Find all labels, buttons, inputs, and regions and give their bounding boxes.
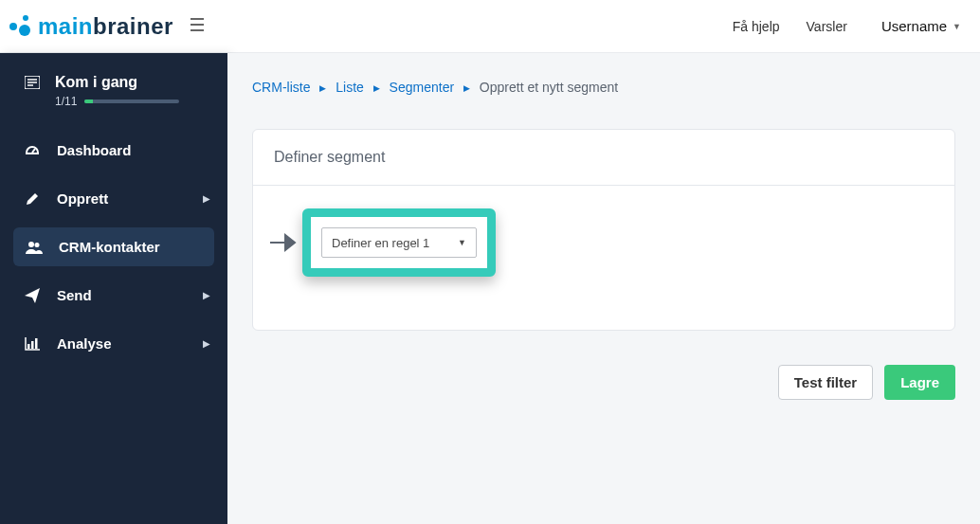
hamburger-icon[interactable]	[191, 18, 204, 35]
sidebar-item-label: CRM-kontakter	[59, 239, 203, 255]
logo-text-sub: brainer	[93, 13, 173, 40]
topbar: mainbrainer Få hjelp Varsler Username ▼	[0, 0, 980, 53]
pencil-icon	[21, 191, 44, 207]
sidebar-item-crm-contacts[interactable]: CRM-kontakter	[13, 227, 214, 266]
svg-point-3	[35, 243, 40, 247]
chevron-right-icon: ▶	[203, 338, 210, 349]
list-icon	[21, 76, 44, 89]
svg-rect-1	[26, 153, 39, 154]
chevron-right-icon: ▶	[203, 193, 210, 204]
sidebar-item-create[interactable]: Opprett ▶	[0, 179, 227, 218]
logo-dots-icon	[8, 13, 34, 40]
breadcrumb-link[interactable]: CRM-liste	[252, 80, 310, 95]
breadcrumb-sep-icon: ▶	[373, 83, 380, 93]
arrow-right-icon	[264, 230, 300, 255]
logo-text-main: main	[38, 13, 93, 40]
card-title: Definer segment	[253, 130, 954, 186]
caret-down-icon: ▼	[953, 22, 961, 31]
chevron-right-icon: ▶	[203, 290, 210, 300]
sidebar-item-label: Dashboard	[57, 142, 216, 158]
chart-icon	[21, 337, 44, 351]
test-filter-button[interactable]: Test filter	[778, 365, 873, 400]
sidebar-item-send[interactable]: Send ▶	[0, 276, 227, 315]
logo[interactable]: mainbrainer	[8, 13, 173, 40]
send-icon	[21, 288, 44, 303]
sidebar-item-label: Send	[57, 287, 203, 303]
sidebar-item-label: Opprett	[57, 190, 203, 207]
alerts-link[interactable]: Varsler	[807, 19, 847, 34]
highlight-box: Definer en regel 1 ▼	[302, 208, 496, 277]
user-menu[interactable]: Username ▼	[881, 18, 961, 34]
breadcrumb-sep-icon: ▶	[319, 83, 326, 93]
sidebar: Kom i gang 1/11 Dashboard Opprett ▶ CRM-…	[0, 53, 227, 524]
define-rule-dropdown[interactable]: Definer en regel 1 ▼	[321, 227, 477, 258]
progress-bar	[84, 99, 179, 103]
define-segment-card: Definer segment Definer en regel 1 ▼	[252, 129, 955, 331]
dashboard-icon	[21, 143, 44, 158]
username-label: Username	[881, 18, 947, 34]
breadcrumb-current: Opprett et nytt segment	[480, 80, 618, 95]
save-button[interactable]: Lagre	[884, 365, 955, 400]
breadcrumb-link[interactable]: Segmenter	[390, 80, 454, 95]
sidebar-get-started[interactable]: Kom i gang 1/11	[0, 74, 227, 131]
get-started-title: Kom i gang	[55, 74, 137, 91]
sidebar-item-dashboard[interactable]: Dashboard	[0, 131, 227, 170]
sidebar-item-analyse[interactable]: Analyse ▶	[0, 324, 227, 363]
breadcrumb: CRM-liste ▶ Liste ▶ Segmenter ▶ Opprett …	[252, 80, 955, 95]
sidebar-item-label: Analyse	[57, 335, 203, 352]
dropdown-label: Definer en regel 1	[332, 236, 429, 250]
svg-point-2	[28, 242, 34, 247]
contacts-icon	[23, 241, 45, 254]
progress-label: 1/11	[55, 95, 77, 108]
action-bar: Test filter Lagre	[252, 365, 955, 400]
svg-rect-5	[31, 341, 34, 349]
svg-rect-6	[35, 338, 38, 349]
caret-down-icon: ▼	[458, 238, 466, 247]
help-link[interactable]: Få hjelp	[733, 19, 780, 34]
breadcrumb-link[interactable]: Liste	[336, 80, 364, 95]
breadcrumb-sep-icon: ▶	[463, 83, 470, 93]
main-content: CRM-liste ▶ Liste ▶ Segmenter ▶ Opprett …	[227, 53, 980, 524]
svg-rect-4	[27, 344, 30, 349]
